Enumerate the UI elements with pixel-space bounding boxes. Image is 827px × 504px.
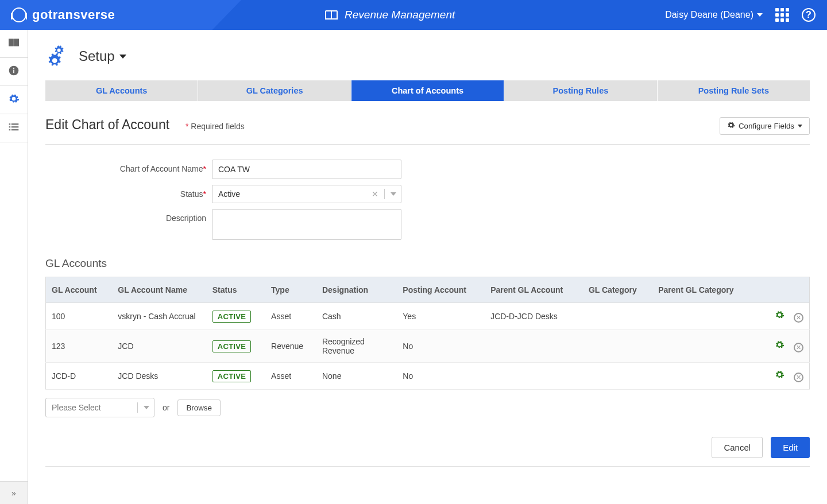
cell-status: ACTIVE [207, 363, 265, 390]
status-value: Active [218, 189, 240, 199]
cell-parent-gl-account: JCD-D-JCD Desks [485, 303, 583, 330]
module-title: Revenue Management [345, 9, 455, 21]
tab-posting-rule-sets[interactable]: Posting Rule Sets [658, 80, 810, 101]
cell-gl-account-name: JCD [112, 330, 206, 363]
tab-posting-rules[interactable]: Posting Rules [504, 80, 657, 101]
table-header-row: GL Account GL Account Name Status Type D… [46, 277, 810, 303]
book-icon [325, 10, 338, 20]
status-select[interactable]: Active ✕ [212, 185, 401, 203]
table-row: JCD-D JCD Desks ACTIVE Asset None No ✕ [46, 363, 810, 390]
info-icon [8, 65, 20, 79]
col-designation[interactable]: Designation [316, 277, 397, 303]
row-settings-button[interactable] [775, 370, 785, 379]
cell-type: Asset [265, 303, 316, 330]
edit-button[interactable]: Edit [771, 437, 810, 458]
or-label: or [163, 403, 169, 412]
left-sidebar: » [0, 30, 28, 504]
cell-gl-account-name: vskryn - Cash Accrual [112, 303, 206, 330]
cell-posting-account: Yes [397, 303, 485, 330]
row-delete-button[interactable]: ✕ [794, 343, 803, 352]
cancel-button[interactable]: Cancel [712, 437, 763, 458]
svg-rect-6 [11, 126, 19, 127]
col-gl-category[interactable]: GL Category [583, 277, 652, 303]
cell-gl-account: 123 [46, 330, 113, 363]
user-menu[interactable]: Daisy Deane (Deane) [665, 10, 763, 20]
nav-info[interactable] [0, 58, 28, 86]
gl-accounts-heading: GL Accounts [45, 257, 810, 270]
col-parent-gl-account[interactable]: Parent GL Account [485, 277, 583, 303]
col-posting-account[interactable]: Posting Account [397, 277, 485, 303]
table-row: 123 JCD ACTIVE Revenue Recognized Revenu… [46, 330, 810, 363]
tab-chart-of-accounts[interactable]: Chart of Accounts [351, 80, 504, 101]
nav-list[interactable] [0, 114, 28, 142]
tab-gl-accounts[interactable]: GL Accounts [45, 80, 198, 101]
cell-parent-gl-category [652, 363, 754, 390]
description-label: Description [45, 209, 212, 223]
cell-gl-category [583, 363, 652, 390]
sidebar-expand-toggle[interactable]: » [0, 481, 28, 504]
apps-grid-icon[interactable] [775, 8, 789, 22]
configure-fields-button[interactable]: Configure Fields [720, 117, 810, 135]
gears-icon [45, 42, 69, 70]
col-actions [754, 277, 809, 303]
global-header: gotransverse Revenue Management Daisy De… [0, 0, 827, 30]
gl-accounts-table: GL Account GL Account Name Status Type D… [45, 277, 810, 390]
cell-designation: None [316, 363, 397, 390]
status-badge: ACTIVE [212, 311, 251, 323]
cell-actions: ✕ [754, 363, 809, 390]
chevron-down-icon [391, 192, 396, 196]
col-type[interactable]: Type [265, 277, 316, 303]
clear-icon[interactable]: ✕ [372, 189, 378, 199]
list-icon [8, 122, 20, 134]
nav-setup[interactable] [0, 86, 28, 114]
help-icon[interactable]: ? [802, 8, 816, 22]
chevron-down-icon [798, 125, 802, 127]
module-title-area: Revenue Management [325, 9, 455, 21]
cell-gl-category [583, 303, 652, 330]
cell-status: ACTIVE [207, 330, 265, 363]
divider [384, 189, 385, 199]
page-title: Setup [79, 48, 115, 64]
svg-rect-1 [13, 69, 14, 73]
nav-book[interactable] [0, 30, 28, 58]
cell-designation: Cash [316, 303, 397, 330]
row-delete-button[interactable]: ✕ [794, 373, 803, 382]
gears-icon [8, 93, 20, 107]
svg-rect-5 [9, 126, 10, 127]
cell-type: Revenue [265, 330, 316, 363]
browse-button[interactable]: Browse [177, 400, 220, 416]
gear-icon [727, 121, 735, 131]
cell-actions: ✕ [754, 330, 809, 363]
brand-area[interactable]: gotransverse [11, 7, 115, 22]
divider [137, 402, 138, 413]
col-gl-account-name[interactable]: GL Account Name [112, 277, 206, 303]
col-status[interactable]: Status [207, 277, 265, 303]
row-delete-button[interactable]: ✕ [794, 313, 803, 323]
user-display-name: Daisy Deane (Deane) [665, 10, 753, 20]
chevron-down-icon [119, 55, 126, 59]
chevron-right-icon: » [11, 489, 16, 498]
cell-actions: ✕ [754, 303, 809, 330]
status-badge: ACTIVE [212, 340, 251, 352]
tab-gl-categories[interactable]: GL Categories [198, 80, 351, 101]
cell-gl-account-name: JCD Desks [112, 363, 206, 390]
col-gl-account[interactable]: GL Account [46, 277, 113, 303]
cell-parent-gl-account [485, 330, 583, 363]
cell-parent-gl-category [652, 330, 754, 363]
section-title: Edit Chart of Account [45, 117, 169, 132]
coa-name-label: Chart of Account Name* [45, 160, 212, 173]
coa-name-input[interactable] [212, 160, 401, 179]
svg-rect-8 [11, 129, 19, 130]
book-icon [8, 38, 20, 50]
page-heading[interactable]: Setup [45, 42, 810, 70]
col-parent-gl-category[interactable]: Parent GL Category [652, 277, 754, 303]
svg-rect-7 [9, 129, 10, 130]
add-gl-account-select[interactable]: Please Select [45, 398, 154, 417]
close-icon: ✕ [794, 373, 803, 382]
cell-designation: Recognized Revenue [316, 330, 397, 363]
description-input[interactable] [212, 209, 401, 240]
cell-parent-gl-category [652, 303, 754, 330]
cell-parent-gl-account [485, 363, 583, 390]
row-settings-button[interactable] [775, 340, 785, 350]
row-settings-button[interactable] [775, 310, 785, 320]
